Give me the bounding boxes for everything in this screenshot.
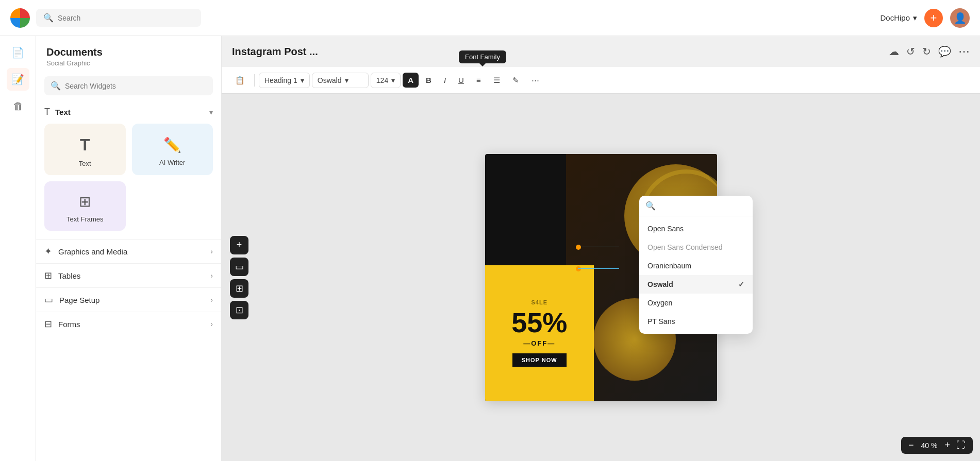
rail-page-icon[interactable]: 📝 xyxy=(7,68,29,91)
canvas-top-bar: Instagram Post ... ☁ ↺ ↻ 💬 ⋯ xyxy=(222,36,980,67)
forms-chevron: › xyxy=(210,320,213,328)
widget-grid: T Text ✏️ AI Writer ⊞ Text Frames xyxy=(36,122,221,239)
sidebar-subtitle: Social Graphic xyxy=(46,59,211,67)
canvas-content: + ▭ ⊞ ⊡ S4LE xyxy=(222,94,980,461)
font-family-chevron-icon: ▾ xyxy=(345,76,348,84)
nav-right: DocHipo ▾ + 👤 xyxy=(880,8,970,28)
font-search-icon: 🔍 xyxy=(645,201,656,211)
italic-button[interactable]: I xyxy=(439,73,451,88)
font-size-value: 124 xyxy=(376,76,388,84)
font-item-oxygen[interactable]: Oxygen xyxy=(639,294,753,312)
search-nav-icon: 🔍 xyxy=(43,13,54,23)
ai-writer-label: AI Writer xyxy=(159,159,185,166)
crop-tool-button[interactable]: ⊡ xyxy=(230,301,248,319)
text-widget-label: Text xyxy=(79,160,91,167)
heading-select[interactable]: Heading 1 ▾ xyxy=(259,73,310,88)
list-button[interactable]: ☰ xyxy=(488,73,505,88)
text-section-header[interactable]: T Text ▾ xyxy=(36,100,221,122)
post-off: —OFF— xyxy=(523,339,555,347)
more-options-icon[interactable]: ⋯ xyxy=(958,45,970,58)
left-sidebar: Documents Social Graphic 🔍 T Text ▾ T Te… xyxy=(36,36,222,461)
toolbar-more-button[interactable]: ⋯ xyxy=(526,73,544,88)
post-sale-prefix: S4LE xyxy=(531,299,547,305)
dochipo-chevron: ▾ xyxy=(913,13,917,23)
text-color-icon: A xyxy=(408,76,413,84)
ai-writer-icon: ✏️ xyxy=(163,136,181,153)
sidebar-title: Documents xyxy=(46,46,211,58)
text-widget-icon: T xyxy=(80,135,90,155)
page-setup-label: Page Setup xyxy=(59,296,99,304)
text-section-label: Text xyxy=(55,108,71,116)
top-nav: 🔍 DocHipo ▾ + 👤 xyxy=(0,0,980,36)
font-family-dropdown: 🔍 Open Sans Open Sans Condensed Oranienb… xyxy=(639,196,753,334)
rail-trash-icon[interactable]: 🗑 xyxy=(7,95,29,117)
dochipo-menu-button[interactable]: DocHipo ▾ xyxy=(880,13,917,23)
canvas-left-tools: + ▭ ⊞ ⊡ xyxy=(230,236,248,319)
font-size-chevron-icon: ▾ xyxy=(391,76,395,84)
page-setup-chevron: › xyxy=(210,296,213,304)
font-search-box[interactable]: 🔍 xyxy=(639,196,753,216)
clipboard-button[interactable]: 📋 xyxy=(230,73,250,88)
text-section-icon: T xyxy=(44,107,50,117)
frame-tool-button[interactable]: ▭ xyxy=(230,258,248,276)
font-item-oswald[interactable]: Oswald ✓ xyxy=(639,275,753,294)
page-setup-icon: ▭ xyxy=(44,294,53,305)
forms-nav[interactable]: ⊟ Forms › xyxy=(36,312,221,336)
graphics-media-nav[interactable]: ✦ Graphics and Media › xyxy=(36,239,221,263)
font-list: Open Sans Open Sans Condensed Oranienbau… xyxy=(639,216,753,334)
zoom-out-button[interactable]: − xyxy=(906,439,916,452)
forms-icon: ⊟ xyxy=(44,318,52,330)
rail-document-icon[interactable]: 📄 xyxy=(7,41,29,64)
selection-handle-top xyxy=(576,245,581,250)
search-widgets-input[interactable] xyxy=(65,82,207,90)
align-button[interactable]: ≡ xyxy=(471,73,486,88)
font-family-value: Oswald xyxy=(318,76,342,84)
forms-label: Forms xyxy=(58,320,80,329)
post-shop-btn[interactable]: SHOP NOW xyxy=(512,353,567,367)
add-button[interactable]: + xyxy=(924,9,943,27)
global-search-box[interactable]: 🔍 xyxy=(36,9,201,27)
undo-icon[interactable]: ↺ xyxy=(906,45,915,58)
font-item-pt-sans[interactable]: PT Sans xyxy=(639,312,753,331)
tables-nav[interactable]: ⊞ Tables › xyxy=(36,263,221,287)
canvas-area: Instagram Post ... ☁ ↺ ↻ 💬 ⋯ Font Family… xyxy=(222,36,980,461)
zoom-in-button[interactable]: + xyxy=(942,439,952,452)
search-widgets-box[interactable]: 🔍 xyxy=(44,76,213,95)
post-yellow-section: S4LE 55% —OFF— SHOP NOW xyxy=(485,265,594,401)
bold-button[interactable]: B xyxy=(421,73,437,88)
font-item-oranienbaum[interactable]: Oranienbaum xyxy=(639,257,753,275)
icon-rail: 📄 📝 🗑 xyxy=(0,36,36,461)
selection-line-h2 xyxy=(578,268,619,269)
zoom-controls: − 40 % + ⛶ xyxy=(901,437,973,454)
zoom-expand-button[interactable]: ⛶ xyxy=(954,439,968,452)
zoom-level-display: 40 % xyxy=(918,441,941,450)
text-frames-label: Text Frames xyxy=(67,215,104,223)
add-tool-button[interactable]: + xyxy=(230,236,248,254)
text-section-chevron: ▾ xyxy=(209,108,213,116)
font-family-select[interactable]: Oswald ▾ xyxy=(312,73,369,88)
text-widget-card[interactable]: T Text xyxy=(44,124,126,175)
dochipo-label: DocHipo xyxy=(880,13,910,22)
avatar[interactable]: 👤 xyxy=(950,8,970,28)
selection-handle-bottom xyxy=(576,266,581,271)
comment-icon[interactable]: 💬 xyxy=(938,45,951,58)
pen-button[interactable]: ✎ xyxy=(507,73,524,88)
page-setup-nav[interactable]: ▭ Page Setup › xyxy=(36,287,221,312)
font-item-open-sans-condensed[interactable]: Open Sans Condensed xyxy=(639,238,753,257)
font-search-input[interactable] xyxy=(660,202,746,210)
search-input[interactable] xyxy=(58,14,194,22)
app-logo[interactable] xyxy=(10,8,30,28)
table-tool-button[interactable]: ⊞ xyxy=(230,279,248,298)
text-frames-widget-card[interactable]: ⊞ Text Frames xyxy=(44,181,126,231)
text-color-button[interactable]: A xyxy=(403,73,419,88)
font-item-open-sans[interactable]: Open Sans xyxy=(639,219,753,238)
tables-chevron: › xyxy=(210,271,213,280)
ai-writer-widget-card[interactable]: ✏️ AI Writer xyxy=(132,124,213,175)
cloud-icon[interactable]: ☁ xyxy=(889,45,899,58)
redo-icon[interactable]: ↻ xyxy=(922,45,931,58)
tables-label: Tables xyxy=(58,271,80,280)
top-bar-actions: ☁ ↺ ↻ 💬 ⋯ xyxy=(889,45,970,58)
font-size-select[interactable]: 124 ▾ xyxy=(371,73,401,88)
heading-label: Heading 1 xyxy=(264,76,297,84)
underline-button[interactable]: U xyxy=(453,73,469,88)
